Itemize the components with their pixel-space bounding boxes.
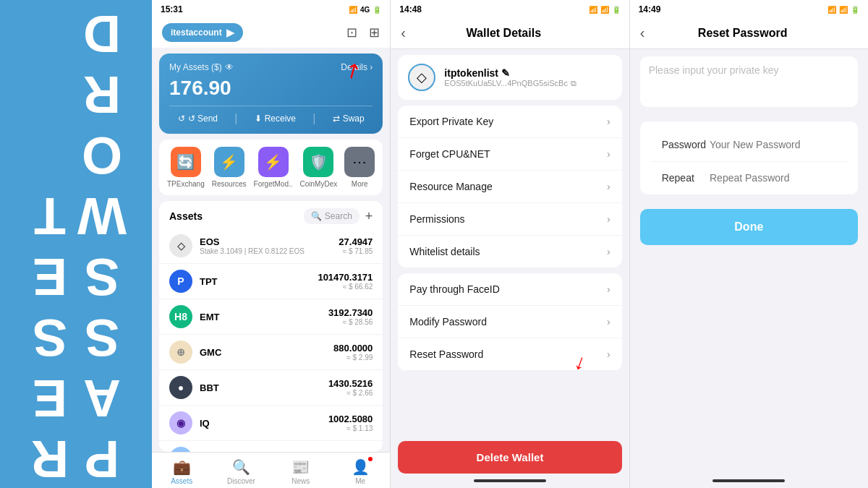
- status-time-3: 14:49: [639, 4, 661, 14]
- done-button[interactable]: Done: [640, 209, 858, 245]
- repeat-label: Repeat: [662, 172, 710, 184]
- app-coinmydex[interactable]: 🛡️ CoinMyDex: [300, 147, 338, 188]
- table-row: ◑ NDX 3184.8984: [159, 441, 383, 452]
- export-private-key-item[interactable]: Export Private Key ›: [398, 106, 621, 138]
- nav-discover[interactable]: 🔍 Discover: [211, 458, 271, 485]
- status-bar-3: 14:49 📶 📶 🔋: [630, 0, 868, 17]
- emt-icon: H8: [169, 305, 192, 328]
- status-time-2: 14:48: [399, 4, 422, 14]
- back-button-2[interactable]: ‹: [401, 25, 406, 41]
- bbt-amount: 1430.5216 ≈ $ 2.66: [328, 378, 373, 397]
- nav-news-label: News: [292, 477, 310, 485]
- app-forgetmod[interactable]: ⚡ ForgetMod..: [254, 147, 293, 188]
- table-row: H8 EMT 3192.7340 ≈ $ 28.56: [159, 299, 383, 335]
- back-button-3[interactable]: ‹: [640, 25, 645, 41]
- whitelist-details-item[interactable]: Whitelist details ›: [398, 236, 621, 267]
- repeat-password-input[interactable]: [710, 172, 836, 184]
- reset-password-header: ‹ Reset Password: [630, 17, 868, 49]
- table-row: P TPT 101470.3171 ≈ $ 66.62: [159, 264, 383, 299]
- wallet-details-header: ‹ Wallet Details: [391, 17, 629, 49]
- assets-title: Assets: [169, 210, 203, 222]
- permissions-item[interactable]: Permissions ›: [398, 203, 621, 236]
- status-icons-3: 📶 📶 🔋: [827, 6, 859, 14]
- search-box[interactable]: 🔍 Search: [304, 208, 359, 224]
- nav-me-label: Me: [355, 477, 365, 485]
- bottom-nav: 💼 Assets 🔍 Discover 📰 News 👤 Me: [152, 452, 390, 488]
- assets-label: My Assets ($) 👁: [169, 62, 234, 72]
- bbt-icon: ●: [169, 376, 192, 399]
- nav-discover-label: Discover: [227, 477, 255, 485]
- nav-assets[interactable]: 💼 Assets: [152, 458, 211, 485]
- copy-addr-icon: ⧉: [571, 79, 576, 88]
- quick-apps: 🔄 TPExchang ⚡ Resources ⚡ ForgetMod.. 🛡️…: [159, 140, 383, 195]
- nav-me[interactable]: 👤 Me: [331, 458, 390, 485]
- nav-assets-label: Assets: [171, 477, 192, 485]
- chevron-icon: ›: [607, 348, 610, 360]
- wallet-details-title: Wallet Details: [413, 27, 595, 40]
- panel-reset-password: 14:49 📶 📶 🔋 ‹ Reset Password Please inpu…: [629, 0, 868, 488]
- chevron-icon: ›: [607, 246, 610, 257]
- chevron-icon: ›: [607, 283, 610, 295]
- private-key-input[interactable]: Please input your private key: [640, 56, 858, 107]
- discover-nav-icon: 🔍: [232, 458, 250, 476]
- more-icon: ⋯: [344, 147, 375, 177]
- delete-wallet-button[interactable]: Delete Wallet: [398, 441, 621, 474]
- eos-amount: 27.4947 ≈ $ 71.85: [339, 236, 373, 255]
- status-bar-1: 15:31 📶 4G 🔋: [152, 0, 390, 17]
- account-button[interactable]: itestaccount ▶: [162, 23, 243, 42]
- table-row: ⊕ GMC 880.0000 ≈ $ 2.99: [159, 335, 383, 370]
- assets-actions: ↺ ↺ Send | ⬇ Receive | ⇄ Swap: [169, 106, 373, 125]
- home-indicator-2: [391, 474, 629, 488]
- wallet-logo: ◇: [408, 64, 435, 91]
- app-resources-label: Resources: [212, 180, 247, 188]
- table-row: ● BBT 1430.5216 ≈ $ 2.66: [159, 370, 383, 406]
- status-time-1: 15:31: [161, 4, 183, 14]
- assets-section: Assets 🔍 Search + ◇ EOS Stake 3.1049 | R…: [159, 201, 383, 452]
- app-tpexchang[interactable]: 🔄 TPExchang: [167, 147, 205, 188]
- wallet-name: itptokenlist ✎: [444, 67, 576, 79]
- app-tpexchang-label: TPExchang: [167, 180, 205, 188]
- background-text: RESET PASSWORD: [0, 0, 152, 488]
- password-row: Password: [650, 129, 848, 160]
- wallet-info-card: ◇ itptokenlist ✎ EOS5tKuUa5LV...4PnQBG5s…: [398, 55, 621, 100]
- status-icons-1: 📶 4G 🔋: [349, 6, 381, 14]
- add-asset-button[interactable]: +: [365, 209, 373, 224]
- gmc-amount: 880.0000 ≈ $ 2.99: [333, 343, 373, 361]
- app-coinmydex-label: CoinMyDex: [300, 180, 338, 188]
- modify-password-item[interactable]: Modify Password ›: [398, 306, 621, 338]
- account-arrow-icon: ▶: [226, 27, 234, 38]
- scan-button[interactable]: ⊞: [369, 25, 380, 40]
- reset-password-title: Reset Password: [652, 27, 833, 40]
- chevron-icon: ›: [607, 316, 610, 328]
- assets-card: My Assets ($) 👁 Details › 176.90 ↗ ↺ ↺ S…: [159, 53, 383, 134]
- tpt-icon: P: [169, 270, 192, 293]
- scan-qr-button[interactable]: ⊡: [346, 25, 357, 40]
- eos-icon: ◇: [169, 234, 192, 257]
- details-chevron-icon: ›: [370, 62, 373, 72]
- assets-search: 🔍 Search +: [304, 208, 373, 224]
- pay-faceid-item[interactable]: Pay through FaceID ›: [398, 273, 621, 306]
- assets-section-header: Assets 🔍 Search +: [159, 201, 383, 228]
- password-form: Password Repeat: [640, 121, 858, 194]
- swap-button[interactable]: ⇄ Swap: [333, 112, 365, 125]
- iq-info: IQ: [200, 418, 321, 429]
- status-icons-2: 📶 📶 🔋: [589, 6, 621, 14]
- resource-manage-item[interactable]: Resource Manage ›: [398, 171, 621, 203]
- asset-list: ◇ EOS Stake 3.1049 | REX 0.8122 EOS 27.4…: [159, 228, 383, 452]
- nav-news[interactable]: 📰 News: [271, 458, 331, 485]
- chevron-icon: ›: [607, 181, 610, 192]
- gmc-icon: ⊕: [169, 341, 192, 364]
- gmc-info: GMC: [200, 347, 326, 358]
- app-more[interactable]: ⋯ More: [344, 147, 375, 188]
- tpexchang-icon: 🔄: [171, 147, 201, 177]
- wallet-header: itestaccount ▶ ⊡ ⊞: [152, 17, 390, 48]
- new-password-input[interactable]: [710, 139, 836, 150]
- emt-amount: 3192.7340 ≈ $ 28.56: [328, 307, 373, 326]
- ndx-icon: ◑: [169, 447, 192, 452]
- send-button[interactable]: ↺ ↺ Send: [178, 112, 218, 125]
- app-resources[interactable]: ⚡ Resources: [212, 147, 247, 188]
- home-indicator-3: [630, 474, 868, 488]
- panel-wallet-details: 14:48 📶 📶 🔋 ‹ Wallet Details ◇ itptokenl…: [390, 0, 629, 488]
- receive-button[interactable]: ⬇ Receive: [255, 112, 296, 125]
- forget-cpu-net-item[interactable]: Forget CPU&NET ›: [398, 138, 621, 171]
